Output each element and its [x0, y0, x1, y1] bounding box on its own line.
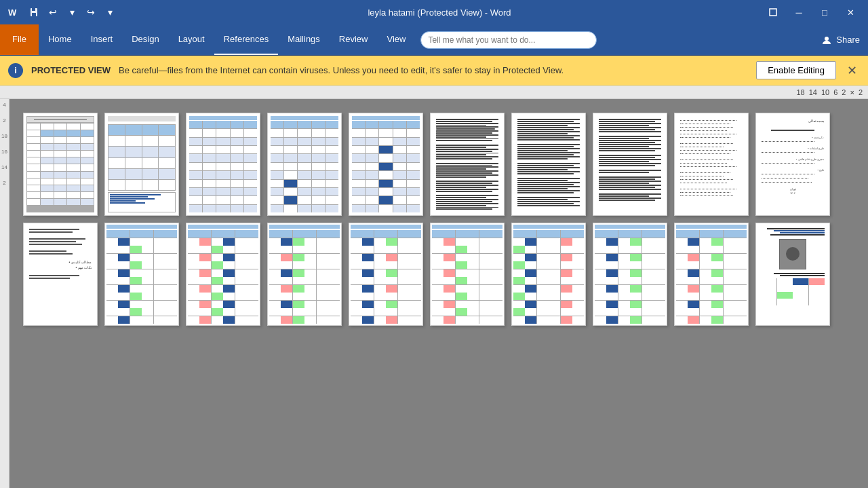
tab-view[interactable]: View: [377, 24, 415, 55]
tab-mailings[interactable]: Mailings: [278, 24, 330, 55]
page-thumbnail-12[interactable]: [104, 223, 179, 326]
window-title: leyla hatami (Protected View) - Word: [118, 7, 761, 18]
tab-file[interactable]: File: [0, 24, 39, 55]
page-thumbnail-19[interactable]: [674, 223, 749, 326]
title-bar: W ↩ ▾ ↪ ▾ leyla hatami (Protected View) …: [0, 0, 868, 24]
page-thumbnail-16[interactable]: [430, 223, 505, 326]
page-thumbnail-20[interactable]: [755, 223, 830, 326]
share-button[interactable]: Share: [813, 24, 868, 55]
ribbon-search-area: [415, 24, 813, 55]
undo-dropdown[interactable]: ▾: [64, 4, 80, 20]
protected-view-label: PROTECTED VIEW: [31, 65, 111, 75]
maximize-button[interactable]: □: [812, 0, 837, 24]
page-thumbnail-8[interactable]: [593, 113, 667, 216]
page-thumbnail-10[interactable]: بسمه تعالی • تاریخچه : • طرح استفاده • م…: [755, 113, 830, 216]
ruler-icon: ×: [850, 88, 854, 96]
banner-close-button[interactable]: ✕: [844, 63, 860, 78]
ruler-area: 18 14 10 6 2 × 2: [0, 86, 868, 99]
close-button[interactable]: ✕: [838, 0, 863, 24]
search-input[interactable]: [420, 31, 597, 49]
page-thumbnail-5[interactable]: [349, 113, 423, 216]
word-icon: W: [5, 5, 19, 19]
page-thumbnails-row2: • مطالب کلیدی • نکات مهم: [23, 223, 854, 326]
qat-more-button[interactable]: ▾: [102, 4, 118, 20]
page-thumbnail-2[interactable]: [104, 113, 179, 216]
page-thumbnail-7[interactable]: [511, 113, 586, 216]
page-thumbnail-1[interactable]: [23, 113, 98, 216]
page-thumbnail-6[interactable]: [430, 113, 505, 216]
ruler-numbers: 18 14 10 6 2 × 2: [796, 88, 863, 96]
quick-access-toolbar: ↩ ▾ ↪ ▾: [26, 4, 118, 20]
page-thumbnail-13[interactable]: [186, 223, 260, 326]
tab-home[interactable]: Home: [39, 24, 81, 55]
tab-references[interactable]: References: [214, 24, 278, 55]
window-controls: ─ □ ✕: [761, 0, 863, 24]
svg-text:W: W: [8, 7, 17, 18]
undo-button[interactable]: ↩: [45, 4, 61, 20]
page-thumbnail-14[interactable]: [267, 223, 342, 326]
tab-review[interactable]: Review: [330, 24, 378, 55]
tab-layout[interactable]: Layout: [169, 24, 214, 55]
svg-rect-5: [32, 8, 35, 11]
ribbon: File Home Insert Design Layout Reference…: [0, 24, 868, 56]
page-thumbnail-3[interactable]: [186, 113, 260, 216]
save-button[interactable]: [26, 4, 42, 20]
page-thumbnail-18[interactable]: [593, 223, 667, 326]
page-thumbnail-4[interactable]: [267, 113, 342, 216]
page-thumbnail-17[interactable]: [511, 223, 586, 326]
main-container: 4 2 18 16 14 2: [0, 99, 868, 488]
page-thumbnail-15[interactable]: [349, 223, 423, 326]
banner-message: Be careful—files from the Internet can c…: [119, 65, 748, 75]
tab-design[interactable]: Design: [122, 24, 168, 55]
minimize-button[interactable]: ─: [787, 0, 811, 24]
protected-view-banner: i PROTECTED VIEW Be careful—files from t…: [0, 56, 868, 86]
restore-button[interactable]: [761, 0, 785, 24]
tab-insert[interactable]: Insert: [81, 24, 123, 55]
left-ruler: 4 2 18 16 14 2: [0, 99, 9, 488]
page-thumbnails-row1: بسمه تعالی • تاریخچه : • طرح استفاده • م…: [23, 113, 854, 216]
redo-button[interactable]: ↪: [83, 4, 99, 20]
page-thumbnail-9[interactable]: [674, 113, 749, 216]
svg-rect-4: [32, 13, 36, 16]
svg-rect-6: [770, 9, 776, 16]
enable-editing-button[interactable]: Enable Editing: [756, 61, 836, 79]
svg-point-7: [825, 37, 829, 41]
page-thumbnail-11[interactable]: • مطالب کلیدی • نکات مهم: [23, 223, 98, 326]
document-area[interactable]: بسمه تعالی • تاریخچه : • طرح استفاده • م…: [9, 99, 868, 488]
info-icon: i: [8, 63, 23, 78]
title-bar-left: W ↩ ▾ ↪ ▾: [5, 4, 118, 20]
